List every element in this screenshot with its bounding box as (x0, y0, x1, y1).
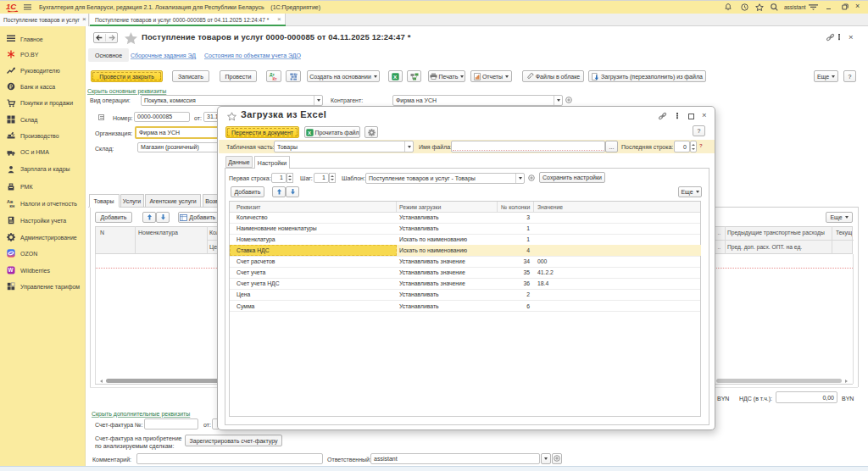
svg-text:кн: кн (9, 203, 14, 208)
svg-text:1С: 1С (6, 2, 16, 11)
svg-text:Кт: Кт (272, 77, 277, 81)
svg-text:W: W (8, 267, 14, 273)
